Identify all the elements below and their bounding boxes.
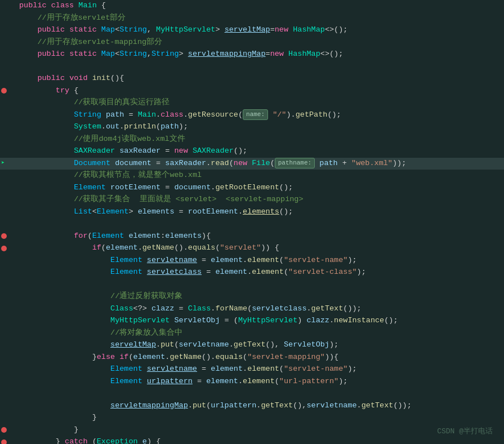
line-content-17: //获取其子集合 里面就是 <servlet> <servlet-mapping…	[16, 194, 504, 206]
code-line-10: String path = Main.class.getResource(nam…	[0, 109, 504, 122]
gutter-12	[0, 134, 16, 146]
gutter-36	[0, 424, 16, 437]
gutter-33	[0, 388, 16, 400]
gutter-18	[0, 206, 16, 219]
code-line-22: Element servletname = element.element("s…	[0, 255, 504, 267]
code-line-30: }else if(element.getName().equals("servl…	[0, 352, 504, 364]
code-line-20: for(Element element:elements){	[0, 230, 504, 243]
gutter-15	[0, 170, 16, 182]
code-line-16: Element rootElement = document.getRootEl…	[0, 182, 504, 194]
code-line-2: //用于存放servlet部分	[0, 12, 504, 25]
code-line-9: //获取项目的真实运行路径	[0, 97, 504, 109]
gutter-30	[0, 352, 16, 364]
code-line-34: servletmappingMap.put(urlpattern.getText…	[0, 400, 504, 412]
line-content-6	[16, 61, 504, 73]
gutter-21	[0, 242, 16, 255]
gutter-23	[0, 267, 16, 279]
code-line-11: System.out.println(path);	[0, 121, 504, 134]
code-line-29: serveltMap.put(servletname.getText(), Se…	[0, 339, 504, 352]
line-content-3: public static Map<String, MyHttpServlet>…	[16, 24, 504, 37]
code-line-36: }	[0, 424, 504, 437]
gutter-7	[0, 73, 16, 85]
line-content-1: public class Main {	[16, 0, 504, 12]
line-content-23: Element servletclass = element.element("…	[16, 267, 504, 279]
code-line-31: Element servletname = element.element("s…	[0, 363, 504, 376]
gutter-14: ➤	[0, 158, 16, 170]
breakpoint-8	[1, 88, 7, 94]
arrow-14: ➤	[1, 159, 5, 168]
line-content-24	[16, 279, 504, 291]
code-line-33	[0, 388, 504, 400]
gutter-19	[0, 218, 16, 230]
code-line-19	[0, 218, 504, 230]
line-content-7: public void init(){	[16, 73, 504, 85]
code-line-7: public void init(){	[0, 73, 504, 85]
line-content-31: Element servletname = element.element("s…	[16, 363, 504, 376]
gutter-24	[0, 279, 16, 291]
gutter-4	[0, 37, 16, 49]
code-line-4: //用于存放servlet-mapping部分	[0, 37, 504, 49]
gutter-6	[0, 61, 16, 73]
code-line-13: SAXReader saxReader = new SAXReader();	[0, 145, 504, 158]
line-content-10: String path = Main.class.getResource(nam…	[16, 109, 504, 122]
line-content-20: for(Element element:elements){	[16, 230, 504, 243]
gutter-3	[0, 24, 16, 37]
gutter-10	[0, 109, 16, 122]
code-line-1: public class Main {	[0, 0, 504, 12]
gutter-27	[0, 315, 16, 327]
gutter-13	[0, 145, 16, 158]
code-line-14: ➤ Document document = saxReader.read(new…	[0, 158, 504, 170]
gutter-11	[0, 121, 16, 134]
line-content-11: System.out.println(path);	[16, 121, 504, 134]
gutter-28	[0, 327, 16, 340]
line-content-33	[16, 388, 504, 400]
gutter-34	[0, 400, 16, 412]
code-line-23: Element servletclass = element.element("…	[0, 267, 504, 279]
line-content-28: //将对象放入集合中	[16, 327, 504, 340]
gutter-32	[0, 376, 16, 388]
gutter-17	[0, 194, 16, 206]
gutter-29	[0, 339, 16, 352]
line-content-32: Element urlpattern = element.element("ur…	[16, 376, 504, 388]
line-content-18: List<Element> elements = rootElement.ele…	[16, 206, 504, 219]
code-line-8: try {	[0, 85, 504, 97]
line-content-34: servletmappingMap.put(urlpattern.getText…	[16, 400, 504, 412]
code-line-32: Element urlpattern = element.element("ur…	[0, 376, 504, 388]
line-content-29: serveltMap.put(servletname.getText(), Se…	[16, 339, 504, 352]
code-line-3: public static Map<String, MyHttpServlet>…	[0, 24, 504, 37]
line-content-37: } catch (Exception e) {	[16, 436, 504, 444]
line-content-2: //用于存放servlet部分	[16, 12, 504, 25]
gutter-2	[0, 12, 16, 25]
line-content-36: }	[16, 424, 504, 437]
code-line-6	[0, 61, 504, 73]
line-content-22: Element servletname = element.element("s…	[16, 255, 504, 267]
code-line-18: List<Element> elements = rootElement.ele…	[0, 206, 504, 219]
code-line-24	[0, 279, 504, 291]
line-content-19	[16, 218, 504, 230]
code-line-21: if(element.getName().equals("servlet")) …	[0, 242, 504, 255]
line-content-8: try {	[16, 85, 504, 97]
gutter-35	[0, 412, 16, 424]
code-editor: public class Main { //用于存放servlet部分 publ…	[0, 0, 504, 444]
line-content-25: //通过反射获取对象	[16, 291, 504, 303]
line-content-26: Class<?> clazz = Class.forName(servletcl…	[16, 303, 504, 316]
gutter-37	[0, 436, 16, 444]
breakpoint-20	[1, 233, 7, 239]
code-line-28: //将对象放入集合中	[0, 327, 504, 340]
gutter-25	[0, 291, 16, 303]
gutter-31	[0, 363, 16, 376]
line-content-13: SAXReader saxReader = new SAXReader();	[16, 145, 504, 158]
line-content-5: public static Map<String,String> servlet…	[16, 48, 504, 61]
watermark: CSDN @半打电话	[437, 426, 493, 437]
gutter-9	[0, 97, 16, 109]
gutter-26	[0, 303, 16, 316]
gutter-1	[0, 0, 16, 12]
code-line-17: //获取其子集合 里面就是 <servlet> <servlet-mapping…	[0, 194, 504, 206]
code-line-25: //通过反射获取对象	[0, 291, 504, 303]
line-content-15: //获取其根节点，就是整个web.xml	[16, 170, 504, 182]
gutter-22	[0, 255, 16, 267]
code-line-5: public static Map<String,String> servlet…	[0, 48, 504, 61]
line-content-16: Element rootElement = document.getRootEl…	[16, 182, 504, 194]
line-content-14: Document document = saxReader.read(new F…	[16, 158, 504, 170]
gutter-8	[0, 85, 16, 97]
